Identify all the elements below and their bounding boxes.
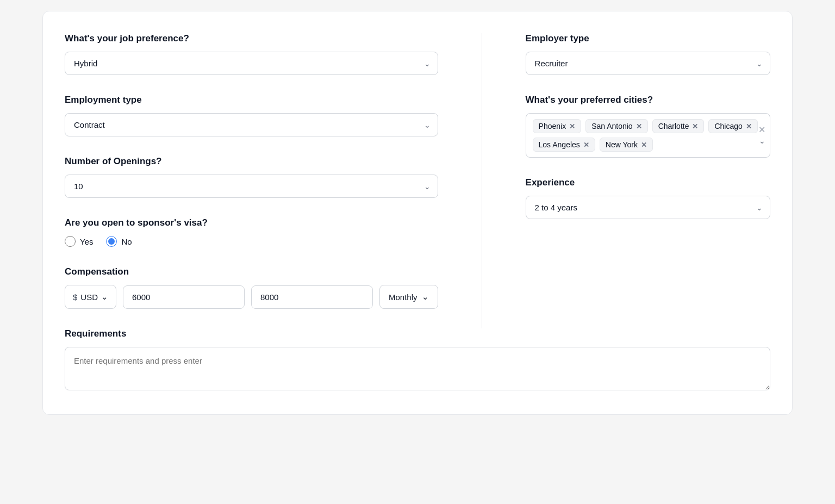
cities-wrapper[interactable]: Phoenix ✕ San Antonio ✕ Charlotte ✕ Chic… [526, 113, 770, 158]
city-tag-los-angeles-remove[interactable]: ✕ [583, 141, 589, 148]
preferred-cities-label: What's your preferred cities? [526, 95, 770, 105]
experience-section: Experience 2 to 4 years ⌄ [526, 177, 770, 219]
employment-type-wrapper: Contract ⌄ [65, 113, 438, 136]
experience-select[interactable]: 2 to 4 years [526, 196, 770, 219]
city-tag-los-angeles-label: Los Angeles [539, 140, 580, 149]
employer-type-select[interactable]: Recruiter [526, 52, 770, 75]
sponsor-visa-label: Are you open to sponsor's visa? [65, 217, 438, 228]
preferred-cities-section: What's your preferred cities? Phoenix ✕ … [526, 95, 770, 158]
sponsor-visa-section: Are you open to sponsor's visa? Yes No [65, 217, 438, 247]
city-tag-san-antonio: San Antonio ✕ [585, 119, 648, 133]
city-tag-chicago-remove[interactable]: ✕ [746, 123, 752, 130]
number-openings-select[interactable]: 10 [65, 175, 438, 198]
city-tag-phoenix-remove[interactable]: ✕ [569, 123, 575, 130]
currency-select[interactable]: $ USD ⌄ [65, 285, 116, 309]
employment-type-select[interactable]: Contract [65, 113, 438, 136]
city-tag-phoenix-label: Phoenix [539, 122, 566, 130]
city-tag-new-york-remove[interactable]: ✕ [641, 141, 647, 148]
employer-type-wrapper: Recruiter ⌄ [526, 52, 770, 75]
city-tag-chicago-label: Chicago [714, 122, 742, 130]
compensation-label: Compensation [65, 266, 438, 277]
requirements-section: Requirements [65, 328, 770, 393]
left-column: What's your job preference? Hybrid ⌄ Emp… [65, 33, 482, 328]
city-tag-phoenix: Phoenix ✕ [533, 119, 582, 133]
currency-value: USD [80, 293, 98, 302]
cities-clear-icon[interactable]: ✕ [758, 126, 765, 134]
sponsor-visa-radio-group: Yes No [65, 236, 438, 247]
currency-chevron-icon: ⌄ [101, 292, 108, 302]
compensation-row: $ USD ⌄ Monthly ⌄ [65, 285, 438, 309]
period-value: Monthly [389, 293, 418, 302]
comp-max-input[interactable] [251, 285, 373, 309]
number-openings-section: Number of Openings? 10 ⌄ [65, 156, 438, 198]
city-tag-charlotte-label: Charlotte [658, 122, 689, 130]
city-tag-new-york-label: New York [606, 140, 638, 149]
comp-min-input[interactable] [123, 285, 245, 309]
period-chevron-icon: ⌄ [422, 292, 429, 302]
employer-type-label: Employer type [526, 33, 770, 44]
sponsor-visa-yes-radio[interactable] [65, 236, 76, 247]
job-preference-section: What's your job preference? Hybrid ⌄ [65, 33, 438, 75]
number-openings-wrapper: 10 ⌄ [65, 175, 438, 198]
experience-label: Experience [526, 177, 770, 188]
city-tag-new-york: New York ✕ [600, 138, 653, 152]
job-preference-label: What's your job preference? [65, 33, 438, 44]
city-tag-charlotte-remove[interactable]: ✕ [692, 123, 698, 130]
right-column: Employer type Recruiter ⌄ What's your pr… [526, 33, 770, 328]
sponsor-visa-yes-text: Yes [80, 237, 93, 246]
number-openings-label: Number of Openings? [65, 156, 438, 167]
sponsor-visa-yes-label[interactable]: Yes [65, 236, 93, 247]
city-tag-san-antonio-remove[interactable]: ✕ [636, 123, 642, 130]
employment-type-label: Employment type [65, 95, 438, 105]
sponsor-visa-no-radio[interactable] [106, 236, 117, 247]
employment-type-section: Employment type Contract ⌄ [65, 95, 438, 136]
job-preference-wrapper: Hybrid ⌄ [65, 52, 438, 75]
compensation-section: Compensation $ USD ⌄ Monthly ⌄ [65, 266, 438, 309]
requirements-label: Requirements [65, 328, 770, 339]
job-preference-select[interactable]: Hybrid [65, 52, 438, 75]
requirements-input[interactable] [65, 347, 770, 390]
cities-controls: ✕ ⌄ [758, 126, 765, 145]
period-select[interactable]: Monthly ⌄ [379, 285, 438, 309]
experience-wrapper: 2 to 4 years ⌄ [526, 196, 770, 219]
city-tag-charlotte: Charlotte ✕ [652, 119, 705, 133]
city-tag-chicago: Chicago ✕ [708, 119, 757, 133]
city-tag-los-angeles: Los Angeles ✕ [533, 138, 595, 152]
cities-chevron-icon[interactable]: ⌄ [759, 136, 765, 145]
sponsor-visa-no-label[interactable]: No [106, 236, 132, 247]
form-card: What's your job preference? Hybrid ⌄ Emp… [42, 11, 793, 415]
city-tag-san-antonio-label: San Antonio [591, 122, 633, 130]
employer-type-section: Employer type Recruiter ⌄ [526, 33, 770, 75]
sponsor-visa-no-text: No [121, 237, 132, 246]
dollar-sign-icon: $ [73, 293, 77, 302]
